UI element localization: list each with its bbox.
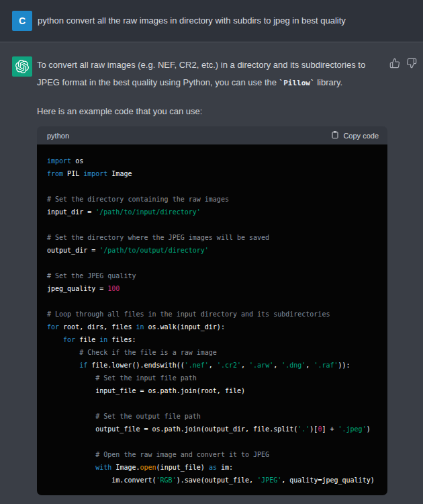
code-line: import os xyxy=(47,155,381,167)
code-line xyxy=(47,218,381,231)
code-line: # Open the raw image and convert it to J… xyxy=(47,448,381,461)
code-block: python Copy code import osfrom PIL impor… xyxy=(37,126,387,495)
clipboard-icon xyxy=(331,130,339,140)
code-line: output_dir = '/path/to/output/directory' xyxy=(47,244,381,257)
code-line xyxy=(47,397,381,410)
assistant-paragraph-2: Here is an example code that you can use… xyxy=(37,103,383,120)
code-line xyxy=(47,257,381,269)
user-message-text: python convert all the raw images in dir… xyxy=(38,11,346,31)
thumbs-up-icon xyxy=(389,58,401,69)
assistant-message-content: To convert all raw images (e.g. NEF, CR2… xyxy=(37,56,387,495)
code-line: if file.lower().endswith(('.nef', '.cr2'… xyxy=(47,359,381,372)
code-line xyxy=(47,435,381,448)
code-line: # Set the input file path xyxy=(47,372,381,384)
assistant-message-row: To convert all raw images (e.g. NEF, CR2… xyxy=(0,42,423,504)
code-line: jpeg_quality = 100 xyxy=(47,282,381,295)
copy-code-label: Copy code xyxy=(343,132,379,140)
code-line: # Set the directory containing the raw i… xyxy=(47,193,381,206)
chat-page: C python convert all the raw images in d… xyxy=(0,0,423,504)
code-body: import osfrom PIL import Image# Set the … xyxy=(37,144,387,495)
assistant-paragraph-1: To convert all raw images (e.g. NEF, CR2… xyxy=(37,56,383,92)
code-line xyxy=(47,295,381,308)
chatgpt-avatar xyxy=(12,56,32,77)
paragraph-text: library. xyxy=(315,77,343,87)
code-line: for file in files: xyxy=(47,333,381,346)
user-message-content: python convert all the raw images in dir… xyxy=(38,11,346,31)
thumbs-down-button[interactable] xyxy=(406,57,418,69)
code-line xyxy=(47,180,381,193)
copy-code-button[interactable]: Copy code xyxy=(331,130,379,140)
user-avatar: C xyxy=(12,11,32,31)
thumbs-down-icon xyxy=(406,58,418,69)
code-line: input_dir = '/path/to/input/directory' xyxy=(47,206,381,218)
user-message-row: C python convert all the raw images in d… xyxy=(0,0,423,42)
code-line: # Set the directory where the JPEG image… xyxy=(47,231,381,244)
code-line: with Image.open(input_file) as im: xyxy=(47,461,381,474)
code-language-label: python xyxy=(47,132,69,140)
thumbs-up-button[interactable] xyxy=(389,57,401,69)
code-block-header: python Copy code xyxy=(37,126,387,144)
code-line: # Loop through all files in the input di… xyxy=(47,308,381,321)
code-line: input_file = os.path.join(root, file) xyxy=(47,384,381,397)
openai-logo-icon xyxy=(15,60,29,73)
code-line: output_file = os.path.join(output_dir, f… xyxy=(47,423,381,435)
code-line: from PIL import Image xyxy=(47,167,381,180)
inline-code-pillow: `Pillow` xyxy=(279,79,315,87)
code-line: # Set the output file path xyxy=(47,410,381,423)
feedback-buttons xyxy=(389,57,418,69)
code-line: im.convert('RGB').save(output_file, 'JPE… xyxy=(47,474,381,487)
code-line: for root, dirs, files in os.walk(input_d… xyxy=(47,321,381,333)
code-line: # Set the JPEG quality xyxy=(47,269,381,282)
code-line: # Check if the file is a raw image xyxy=(47,346,381,359)
